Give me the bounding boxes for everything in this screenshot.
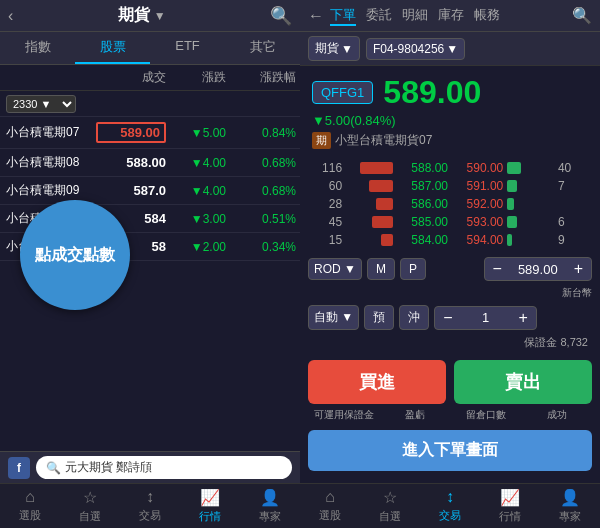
expert-icon: 👤	[260, 488, 280, 507]
trade-icon: ↕	[146, 488, 154, 506]
filter-select[interactable]: 2330 ▼	[6, 95, 76, 113]
nav-item-expert[interactable]: 👤 專家	[240, 488, 300, 524]
price-minus-button[interactable]: −	[485, 258, 510, 280]
stock-price: 589.00	[96, 122, 166, 143]
tab-account[interactable]: 帳務	[474, 6, 500, 26]
stock-tag-row: 期 小型台積電期貨07	[312, 132, 588, 149]
price-row: QFFG1 589.00	[312, 74, 588, 111]
action-buttons: 買進 賣出	[300, 356, 600, 408]
annotation-bubble: 點成交點數	[20, 200, 130, 310]
stock-name: 小台積電期08	[6, 154, 96, 171]
left-panel: ‹ 期貨 ▼ 🔍 指數 股票 ETF 其它 成交 漲跌 漲跌幅 2330 ▼ 小…	[0, 0, 300, 528]
stock-pct: 0.51%	[226, 212, 296, 226]
m-button[interactable]: M	[367, 258, 395, 280]
qty-stepper: − 1 +	[434, 306, 537, 330]
tc-row-2: 自動 ▼ 預 沖 − 1 +	[308, 305, 592, 330]
futures-type-select[interactable]: 期貨 ▼	[308, 36, 360, 61]
order-book: 116 588.00 590.00 40 60 587.00 591.00 7	[300, 157, 600, 251]
left-footer: f 🔍 元大期貨 鄭詩頎	[0, 451, 300, 483]
dropdown-arrow-icon[interactable]: ▼	[154, 9, 166, 23]
order-controls: 期貨 ▼ F04-9804256 ▼	[300, 32, 600, 66]
search-icon[interactable]: 🔍	[270, 5, 292, 27]
futures-tag: 期	[312, 132, 331, 149]
market-icon: 📈	[500, 488, 520, 507]
qty-minus-button[interactable]: −	[435, 307, 460, 329]
trade-icon: ↕	[446, 488, 454, 506]
back-icon[interactable]: ‹	[8, 7, 13, 25]
right-panel: ← 下單 委託 明細 庫存 帳務 🔍 期貨 ▼ F04-9804256 ▼ QF…	[300, 0, 600, 528]
nav-item-market[interactable]: 📈 行情	[180, 488, 240, 524]
price-change: ▼5.00(0.84%)	[312, 113, 588, 128]
tab-detail[interactable]: 明細	[402, 6, 428, 26]
tab-etf[interactable]: ETF	[150, 32, 225, 64]
stock-price: 588.00	[96, 155, 166, 170]
symbol-select[interactable]: QFFG1	[312, 81, 373, 104]
table-row[interactable]: 小台積電期08 588.00 ▼4.00 0.68%	[0, 149, 300, 177]
order-book-row: 45 585.00 593.00 6	[308, 213, 592, 231]
tc-row-1: ROD ▼ M P − 589.00 +	[308, 257, 592, 281]
home-icon: ⌂	[25, 488, 35, 506]
stock-name: 小台積電期07	[6, 124, 96, 141]
tab-other[interactable]: 其它	[225, 32, 300, 64]
deposit-info: 保證金 8,732	[308, 335, 592, 350]
star-icon: ☆	[383, 488, 397, 507]
right-nav-expert[interactable]: 👤 專家	[540, 488, 600, 524]
order-book-row: 28 586.00 592.00	[308, 195, 592, 213]
stock-full-name: 小型台積電期貨07	[335, 132, 432, 149]
tab-inventory[interactable]: 庫存	[438, 6, 464, 26]
stock-pct: 0.84%	[226, 126, 296, 140]
right-search-icon[interactable]: 🔍	[572, 6, 592, 25]
qty-value: 1	[461, 308, 511, 327]
right-nav-select-stock[interactable]: ⌂ 選股	[300, 488, 360, 524]
price-stepper: − 589.00 +	[484, 257, 592, 281]
account-select[interactable]: F04-9804256 ▼	[366, 38, 465, 60]
order-book-row: 116 588.00 590.00 40	[308, 159, 592, 177]
enter-order-button[interactable]: 進入下單畫面	[308, 430, 592, 471]
nav-item-trade[interactable]: ↕ 交易	[120, 488, 180, 524]
nav-item-watchlist[interactable]: ☆ 自選	[60, 488, 120, 524]
stock-price: 587.0	[96, 183, 166, 198]
price-plus-button[interactable]: +	[566, 258, 591, 280]
stock-change: ▼4.00	[166, 184, 226, 198]
buy-button[interactable]: 買進	[308, 360, 446, 404]
right-nav-trade[interactable]: ↕ 交易	[420, 488, 480, 524]
tab-stock[interactable]: 股票	[75, 32, 150, 64]
stock-pct: 0.34%	[226, 240, 296, 254]
tab-commission[interactable]: 委託	[366, 6, 392, 26]
sell-button[interactable]: 賣出	[454, 360, 592, 404]
home-icon: ⌂	[325, 488, 335, 506]
stock-pct: 0.68%	[226, 184, 296, 198]
p-button[interactable]: P	[400, 258, 426, 280]
right-header-tabs: 下單 委託 明細 庫存 帳務	[330, 6, 566, 26]
right-header: ← 下單 委託 明細 庫存 帳務 🔍	[300, 0, 600, 32]
flush-button[interactable]: 沖	[399, 305, 429, 330]
qty-plus-button[interactable]: +	[511, 307, 536, 329]
order-book-row: 15 584.00 594.00 9	[308, 231, 592, 249]
price-value: 589.00	[510, 260, 566, 279]
tab-order[interactable]: 下單	[330, 6, 356, 26]
table-row[interactable]: 小台積電期09 587.0 ▼4.00 0.68%	[0, 177, 300, 205]
stock-change: ▼3.00	[166, 212, 226, 226]
right-back-icon[interactable]: ←	[308, 7, 324, 25]
stock-pct: 0.68%	[226, 156, 296, 170]
stock-change: ▼5.00	[166, 126, 226, 140]
currency-label: 新台幣	[308, 286, 592, 300]
nav-item-select-stock[interactable]: ⌂ 選股	[0, 488, 60, 524]
star-icon: ☆	[83, 488, 97, 507]
pre-button[interactable]: 預	[364, 305, 394, 330]
order-book-row: 60 587.00 591.00 7	[308, 177, 592, 195]
right-nav-watchlist[interactable]: ☆ 自選	[360, 488, 420, 524]
right-nav-market[interactable]: 📈 行情	[480, 488, 540, 524]
auto-select[interactable]: 自動 ▼	[308, 305, 359, 330]
right-bottom-nav: ⌂ 選股 ☆ 自選 ↕ 交易 📈 行情 👤 專家	[300, 483, 600, 528]
table-header: 成交 漲跌 漲跌幅	[0, 65, 300, 91]
table-row[interactable]: 小台積電期07 589.00 ▼5.00 0.84%	[0, 117, 300, 149]
left-header: ‹ 期貨 ▼ 🔍	[0, 0, 300, 32]
rod-select[interactable]: ROD ▼	[308, 258, 362, 280]
stock-change: ▼2.00	[166, 240, 226, 254]
search-bar[interactable]: 🔍 元大期貨 鄭詩頎	[36, 456, 292, 479]
left-tabs: 指數 股票 ETF 其它	[0, 32, 300, 65]
tab-index[interactable]: 指數	[0, 32, 75, 64]
expert-icon: 👤	[560, 488, 580, 507]
action-labels: 可運用保證金 盈虧 留倉口數 成功	[300, 408, 600, 426]
